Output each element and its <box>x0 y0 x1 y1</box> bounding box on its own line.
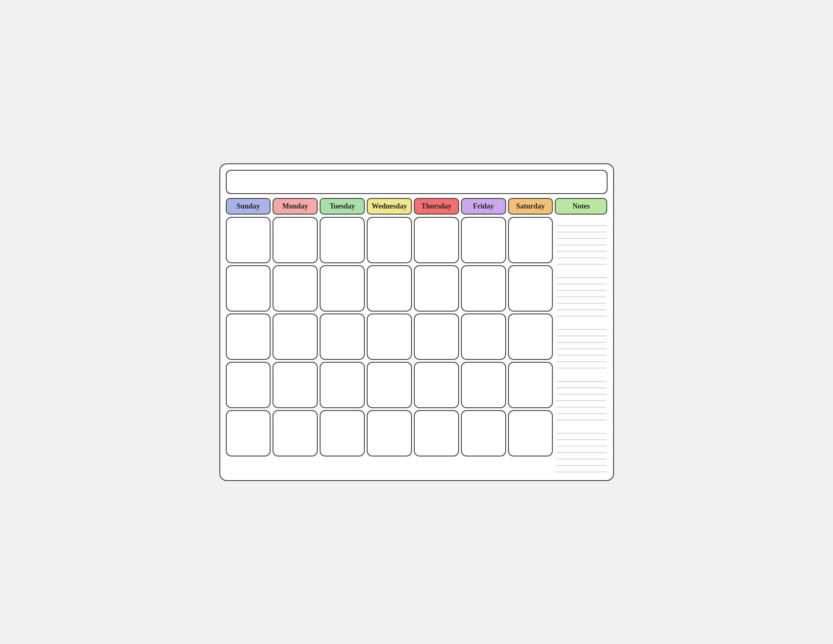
day-cell[interactable] <box>508 410 553 456</box>
note-line <box>557 271 606 278</box>
day-cell[interactable] <box>273 362 318 408</box>
notes-block-3[interactable] <box>555 321 608 371</box>
note-line <box>557 278 606 284</box>
note-line <box>557 284 606 291</box>
note-line <box>557 453 606 459</box>
day-cell[interactable] <box>461 217 506 263</box>
note-line <box>557 375 606 382</box>
day-cell[interactable] <box>273 265 318 312</box>
header-friday: Friday <box>461 198 506 215</box>
header-notes: Notes <box>555 198 607 215</box>
day-cell[interactable] <box>367 410 412 456</box>
note-line <box>557 427 606 433</box>
day-cell[interactable] <box>461 314 506 360</box>
day-cell[interactable] <box>273 217 318 263</box>
header-monday: Monday <box>273 198 318 215</box>
week-row-2 <box>226 265 553 312</box>
day-cell[interactable] <box>226 217 271 263</box>
day-cell[interactable] <box>320 362 365 408</box>
day-cell[interactable] <box>414 362 459 408</box>
week-row-5 <box>226 410 553 456</box>
day-cell[interactable] <box>508 314 553 360</box>
day-cell[interactable] <box>273 410 318 456</box>
notes-block-2[interactable] <box>555 269 608 319</box>
note-line <box>557 355 606 362</box>
header-row: Sunday Monday Tuesday Wednesday Thursday… <box>226 198 608 215</box>
day-cell[interactable] <box>414 265 459 312</box>
note-line <box>557 258 606 264</box>
note-line <box>557 232 606 239</box>
day-cell[interactable] <box>226 410 271 456</box>
day-cell[interactable] <box>414 314 459 360</box>
note-line <box>557 336 606 343</box>
note-line <box>557 388 606 394</box>
note-line <box>557 239 606 245</box>
note-line <box>557 330 606 336</box>
note-line <box>557 440 606 446</box>
weeks-container <box>226 217 553 475</box>
note-line <box>557 394 606 401</box>
day-cell[interactable] <box>508 265 553 312</box>
calendar-body <box>226 217 608 475</box>
note-line <box>557 226 606 232</box>
note-line <box>557 343 606 349</box>
day-cell[interactable] <box>508 362 553 408</box>
notes-block-1[interactable] <box>555 217 608 267</box>
day-cell[interactable] <box>320 314 365 360</box>
day-cell[interactable] <box>367 217 412 263</box>
notes-block-5[interactable] <box>555 425 608 475</box>
note-line <box>557 310 606 316</box>
note-line <box>557 252 606 258</box>
day-cell[interactable] <box>226 362 271 408</box>
note-line <box>557 433 606 440</box>
day-cell[interactable] <box>461 265 506 312</box>
note-line <box>557 303 606 310</box>
day-cell[interactable] <box>320 217 365 263</box>
day-cell[interactable] <box>226 314 271 360</box>
note-line <box>557 291 606 297</box>
day-cell[interactable] <box>461 362 506 408</box>
note-line <box>557 446 606 453</box>
note-line <box>557 459 606 466</box>
note-line <box>557 414 606 420</box>
note-line <box>557 219 606 226</box>
header-wednesday: Wednesday <box>367 198 412 215</box>
week-row-4 <box>226 362 553 408</box>
note-line <box>557 297 606 303</box>
header-tuesday: Tuesday <box>320 198 365 215</box>
note-line <box>557 245 606 252</box>
notes-block-4[interactable] <box>555 373 608 423</box>
day-cell[interactable] <box>461 410 506 456</box>
day-cell[interactable] <box>320 410 365 456</box>
day-cell[interactable] <box>367 265 412 312</box>
header-saturday: Saturday <box>508 198 553 215</box>
note-line <box>557 407 606 414</box>
day-cell[interactable] <box>414 217 459 263</box>
day-cell[interactable] <box>367 314 412 360</box>
day-cell[interactable] <box>367 362 412 408</box>
header-sunday: Sunday <box>226 198 271 215</box>
note-line <box>557 382 606 388</box>
day-cell[interactable] <box>226 265 271 312</box>
note-line <box>557 466 606 472</box>
title-bar[interactable] <box>226 170 608 194</box>
day-cell[interactable] <box>320 265 365 312</box>
week-row-1 <box>226 217 553 263</box>
week-row-3 <box>226 314 553 360</box>
day-cell[interactable] <box>414 410 459 456</box>
header-thursday: Thursday <box>414 198 459 215</box>
note-line <box>557 362 606 368</box>
note-line <box>557 323 606 330</box>
note-line <box>557 401 606 407</box>
day-cell[interactable] <box>273 314 318 360</box>
note-line <box>557 349 606 355</box>
calendar-container: Sunday Monday Tuesday Wednesday Thursday… <box>219 163 614 481</box>
day-cell[interactable] <box>508 217 553 263</box>
notes-column[interactable] <box>555 217 608 475</box>
